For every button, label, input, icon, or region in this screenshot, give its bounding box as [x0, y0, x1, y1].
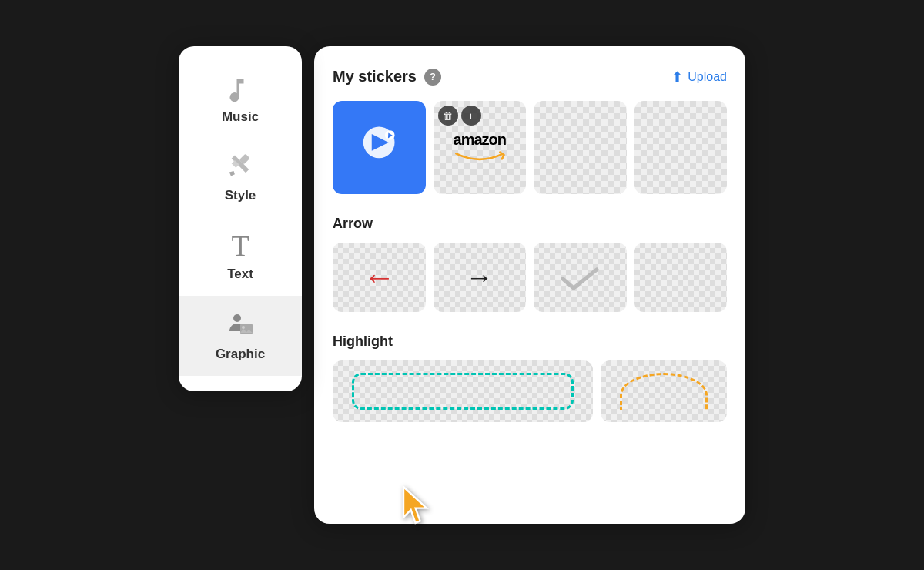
orange-arc-icon — [620, 373, 708, 410]
highlight-teal[interactable] — [333, 360, 593, 422]
amazon-text: amazon — [454, 131, 506, 149]
main-panel: My stickers ? ⬆ Upload — [314, 46, 745, 524]
arrow-red-left[interactable]: ← — [333, 243, 426, 312]
checkmark-icon — [557, 262, 603, 293]
arrow-grid: ← → — [333, 243, 727, 312]
arrow-black-right[interactable]: → — [434, 243, 527, 312]
help-icon[interactable]: ? — [424, 69, 441, 86]
sticker-vlc[interactable] — [333, 101, 426, 194]
sticker-overlay-icons: 🗑 + — [438, 106, 481, 126]
red-arrow-icon: ← — [363, 261, 395, 293]
panel-header: My stickers ? ⬆ Upload — [333, 68, 727, 86]
highlight-section: Highlight — [333, 334, 727, 422]
arrow-section: Arrow ← → — [333, 216, 727, 312]
delete-icon[interactable]: 🗑 — [438, 106, 458, 126]
sidebar-item-music[interactable]: Music — [179, 62, 302, 139]
black-arrow-icon: → — [466, 263, 494, 291]
music-icon — [226, 75, 254, 103]
sidebar-item-text-label: Text — [227, 267, 253, 282]
sidebar-item-style-label: Style — [225, 188, 256, 203]
sticker-grid: 🗑 + amazon — [333, 101, 727, 194]
sidebar-item-graphic[interactable]: Graphic — [179, 296, 302, 376]
arrow-checkmark[interactable] — [534, 243, 627, 312]
arrow-section-title: Arrow — [333, 216, 727, 232]
upload-label: Upload — [688, 70, 727, 84]
sticker-amazon[interactable]: 🗑 + amazon — [434, 101, 527, 194]
svg-point-3 — [242, 326, 245, 329]
panel-title-area: My stickers ? — [333, 68, 441, 86]
sidebar-item-graphic-label: Graphic — [216, 347, 265, 362]
sidebar-item-style[interactable]: Style — [179, 139, 302, 217]
sticker-empty-1[interactable] — [534, 101, 627, 194]
teal-dashed-icon — [352, 373, 573, 410]
add-icon[interactable]: + — [461, 106, 481, 126]
sidebar: Music Style T Text — [179, 46, 302, 391]
highlight-grid — [333, 360, 727, 422]
arrow-empty[interactable] — [634, 243, 728, 312]
panel-title: My stickers — [333, 68, 417, 86]
svg-point-1 — [233, 314, 241, 322]
highlight-section-title: Highlight — [333, 334, 727, 350]
graphic-icon — [226, 310, 254, 340]
sidebar-item-text[interactable]: T Text — [179, 217, 302, 296]
sticker-empty-2[interactable] — [634, 101, 728, 194]
amazon-smile — [453, 150, 507, 164]
text-icon: T — [231, 231, 249, 260]
highlight-orange[interactable] — [601, 360, 727, 422]
upload-arrow-icon: ⬆ — [671, 69, 683, 86]
upload-button[interactable]: ⬆ Upload — [671, 69, 727, 86]
style-icon — [227, 153, 253, 182]
sidebar-item-music-label: Music — [222, 109, 259, 125]
